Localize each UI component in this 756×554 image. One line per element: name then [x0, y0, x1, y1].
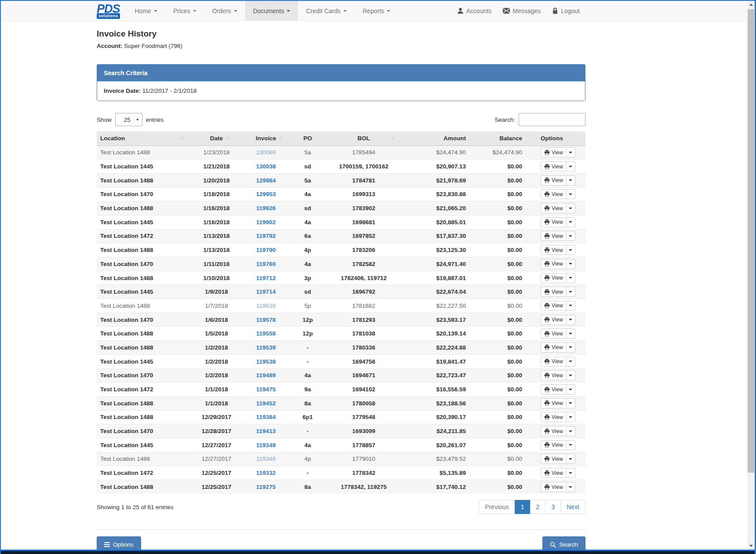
invoice-link[interactable]: 119413: [256, 428, 276, 434]
nav-item-credit-cards[interactable]: Credit Cards: [298, 1, 355, 21]
invoice-link[interactable]: 130069: [256, 149, 276, 156]
sort-icon[interactable]: ↑↓: [180, 135, 183, 141]
invoice-link[interactable]: 119926: [256, 205, 276, 211]
view-dropdown-toggle[interactable]: [567, 175, 575, 186]
view-button[interactable]: View: [541, 370, 567, 380]
invoice-link[interactable]: 119792: [256, 233, 276, 239]
view-button[interactable]: View: [541, 189, 567, 199]
invoice-link[interactable]: 119539: [256, 344, 276, 351]
pagination-next[interactable]: Next: [561, 500, 585, 514]
vertical-scrollbar[interactable]: [747, 0, 755, 553]
column-header-location[interactable]: Location↑↓: [97, 131, 193, 146]
view-dropdown-toggle[interactable]: [567, 357, 575, 367]
nav-item-logout[interactable]: Logout: [546, 7, 585, 15]
scrollbar-thumb[interactable]: [748, 9, 754, 473]
invoice-link[interactable]: 119475: [256, 386, 276, 393]
nav-item-prices[interactable]: Prices: [165, 1, 204, 21]
invoice-link[interactable]: 119349: [256, 442, 276, 448]
pagination-previous[interactable]: Previous: [479, 500, 515, 514]
pagination-page-3[interactable]: 3: [545, 500, 561, 514]
invoice-link[interactable]: 130038: [256, 163, 276, 170]
view-dropdown-toggle[interactable]: [567, 161, 575, 171]
view-dropdown-toggle[interactable]: [567, 482, 575, 492]
view-dropdown-toggle[interactable]: [567, 217, 575, 227]
view-button[interactable]: View: [541, 217, 567, 227]
invoice-link[interactable]: 119790: [256, 247, 276, 253]
column-header-amount[interactable]: Amount↑↓: [404, 131, 469, 146]
view-button[interactable]: View: [541, 147, 567, 157]
view-button[interactable]: View: [541, 343, 567, 353]
invoice-link[interactable]: 119760: [256, 261, 276, 267]
invoice-link[interactable]: 119714: [256, 288, 276, 295]
view-button[interactable]: View: [541, 231, 567, 241]
view-button[interactable]: View: [541, 175, 567, 186]
view-dropdown-toggle[interactable]: [567, 440, 575, 450]
sort-icon[interactable]: ↑↓: [309, 135, 313, 141]
view-button[interactable]: View: [541, 161, 567, 171]
pagination-page-1[interactable]: 1: [515, 500, 531, 514]
column-header-balance[interactable]: Balance↑↓: [469, 131, 526, 146]
view-dropdown-toggle[interactable]: [567, 328, 575, 339]
view-button[interactable]: View: [541, 259, 567, 269]
invoice-link[interactable]: 119639: [256, 303, 276, 309]
column-header-date[interactable]: Date↑↓: [193, 131, 240, 146]
view-dropdown-toggle[interactable]: [567, 426, 575, 436]
view-dropdown-toggle[interactable]: [567, 315, 575, 325]
page-size-select[interactable]: 25: [115, 113, 142, 126]
invoice-link[interactable]: 129984: [256, 177, 276, 184]
sort-icon[interactable]: ↑↓: [226, 135, 229, 141]
view-dropdown-toggle[interactable]: [567, 245, 575, 255]
nav-item-documents[interactable]: Documents: [245, 1, 298, 21]
nav-item-accounts[interactable]: Accounts: [451, 7, 498, 15]
scroll-down-button[interactable]: [747, 542, 755, 550]
invoice-link[interactable]: 119348: [256, 456, 276, 462]
view-dropdown-toggle[interactable]: [567, 287, 575, 297]
view-button[interactable]: View: [541, 482, 567, 492]
sort-icon[interactable]: ↑↓: [279, 135, 282, 141]
view-dropdown-toggle[interactable]: [567, 384, 575, 394]
sort-icon[interactable]: ↑↓: [512, 135, 515, 141]
nav-item-home[interactable]: Home: [127, 1, 165, 21]
invoice-link[interactable]: 119578: [256, 317, 276, 323]
nav-item-orders[interactable]: Orders: [204, 1, 245, 21]
view-dropdown-toggle[interactable]: [567, 412, 575, 422]
view-button[interactable]: View: [541, 412, 567, 422]
invoice-link[interactable]: 119489: [256, 372, 276, 379]
invoice-link[interactable]: 119384: [256, 414, 276, 420]
invoice-link[interactable]: 119332: [256, 470, 276, 476]
view-dropdown-toggle[interactable]: [567, 370, 575, 380]
invoice-link[interactable]: 119275: [256, 484, 276, 490]
view-button[interactable]: View: [541, 357, 567, 367]
sort-icon[interactable]: ↑↓: [456, 135, 459, 141]
pds-logo[interactable]: PDS solutions: [97, 1, 120, 21]
view-dropdown-toggle[interactable]: [567, 301, 575, 311]
view-button[interactable]: View: [541, 273, 567, 283]
nav-item-messages[interactable]: Messages: [497, 7, 546, 15]
column-header-bol[interactable]: BOL↑↓: [323, 131, 404, 146]
view-dropdown-toggle[interactable]: [567, 273, 575, 283]
invoice-link[interactable]: 119902: [256, 219, 276, 226]
scroll-up-button[interactable]: [747, 1, 755, 8]
view-dropdown-toggle[interactable]: [567, 203, 575, 213]
view-dropdown-toggle[interactable]: [567, 231, 575, 241]
view-button[interactable]: View: [541, 440, 567, 450]
view-dropdown-toggle[interactable]: [567, 398, 575, 408]
view-button[interactable]: View: [541, 426, 567, 436]
pagination-page-2[interactable]: 2: [531, 500, 546, 514]
view-dropdown-toggle[interactable]: [567, 343, 575, 353]
nav-item-reports[interactable]: Reports: [355, 1, 398, 21]
view-button[interactable]: View: [541, 384, 567, 394]
view-dropdown-toggle[interactable]: [567, 454, 575, 464]
view-dropdown-toggle[interactable]: [567, 189, 575, 199]
view-button[interactable]: View: [541, 203, 567, 213]
view-button[interactable]: View: [541, 245, 567, 255]
view-button[interactable]: View: [541, 398, 567, 408]
column-header-invoice[interactable]: Invoice↑↓: [240, 131, 292, 146]
view-button[interactable]: View: [541, 454, 567, 464]
column-header-po[interactable]: PO↑↓: [292, 131, 323, 146]
view-button[interactable]: View: [541, 328, 567, 339]
invoice-link[interactable]: 119712: [256, 275, 276, 281]
view-button[interactable]: View: [541, 315, 567, 325]
sort-icon[interactable]: ↑↓: [391, 135, 394, 141]
invoice-link[interactable]: 129953: [256, 191, 276, 197]
